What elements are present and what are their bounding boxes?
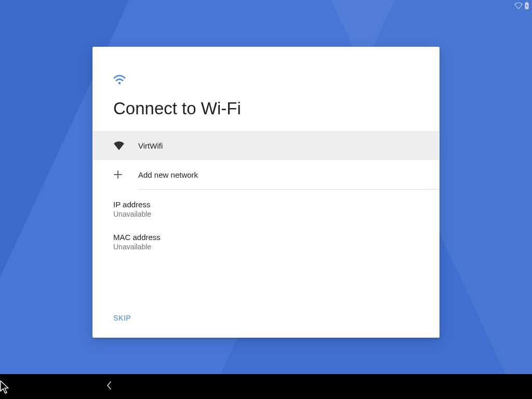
wifi-full-icon [113, 141, 138, 150]
plus-icon [113, 170, 138, 179]
ip-label: IP address [113, 200, 419, 209]
network-list: VirtWifi Add new network [92, 131, 440, 190]
wifi-outline-icon [514, 3, 523, 9]
status-bar [514, 2, 529, 9]
add-network-label: Add new network [138, 170, 198, 179]
back-button[interactable] [106, 381, 112, 392]
battery-icon [525, 2, 529, 9]
network-item-virtwifi[interactable]: VirtWifi [92, 131, 440, 160]
add-network-button[interactable]: Add new network [92, 160, 440, 189]
svg-rect-1 [526, 2, 528, 3]
cursor-icon [0, 380, 9, 396]
skip-button[interactable]: SKIP [113, 311, 131, 325]
navigation-bar [0, 374, 532, 399]
page-title: Connect to Wi-Fi [113, 99, 419, 118]
card-header: Connect to Wi-Fi [92, 47, 440, 131]
network-label: VirtWifi [138, 141, 163, 150]
wifi-setup-card: Connect to Wi-Fi VirtWifi Add new networ… [92, 47, 440, 338]
ip-value: Unavailable [113, 210, 419, 218]
svg-point-2 [118, 82, 121, 84]
ip-address-block: IP address Unavailable [92, 190, 440, 218]
mac-address-block: MAC address Unavailable [92, 218, 440, 251]
mac-label: MAC address [113, 233, 419, 242]
mac-value: Unavailable [113, 243, 419, 251]
card-footer: SKIP [92, 301, 440, 338]
wifi-icon [113, 75, 419, 87]
